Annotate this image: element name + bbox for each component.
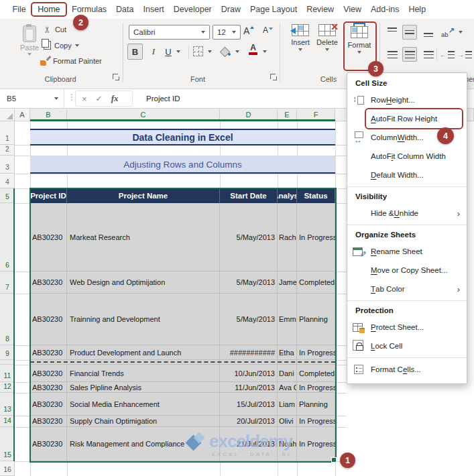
menu-item-format-cells[interactable]: Format Cells... [347,360,467,379]
decrease-indent-button[interactable]: ← [439,47,455,62]
menu-tab-view[interactable]: View [339,5,366,14]
cell-E13[interactable]: Liam [278,393,297,416]
menu-tab-draw[interactable]: Draw [217,5,245,14]
cell-D15[interactable]: 21/Jul/2013 [220,427,278,461]
table-header-project-name[interactable]: Project Name [67,188,220,203]
row-header-9[interactable]: 9 [0,345,15,360]
cell-F14[interactable]: In Progress [297,416,335,427]
cell-F7[interactable]: Completed [297,272,335,294]
cell-D9[interactable]: ########### [220,345,278,360]
cell-B9[interactable]: AB30230 [30,345,67,360]
menu-tab-data[interactable]: Data [112,5,138,14]
cut-button[interactable]: ✂ Cut [44,25,66,34]
font-color-button[interactable]: A [249,44,257,55]
cell-C15[interactable]: Risk Management and Compliance [67,427,220,461]
menu-item-rename-sheet[interactable]: Rename Sheet [347,242,467,261]
grow-font-button[interactable]: A [243,25,249,36]
cell-C11[interactable]: Financial Trends [67,365,220,382]
cell-B7[interactable]: AB30230 [30,272,67,294]
cell-C6[interactable]: Markeat Research [67,203,220,272]
cell-D14[interactable]: 20/Jul/2013 [220,416,278,427]
font-size-combo[interactable]: 12 [213,25,241,40]
insert-function-icon[interactable]: fx [111,93,119,104]
menu-tab-page-layout[interactable]: Page Layout [245,5,301,14]
cell-C8[interactable]: Trainning and Development [67,294,220,345]
cell-B14[interactable]: AB30230 [30,416,67,427]
cancel-icon[interactable]: × [82,94,87,104]
menu-item-hide-unhide[interactable]: Hide & Unhide› [347,204,467,223]
cell-D6[interactable]: 5/May/2013 [220,203,278,272]
italic-button[interactable]: I [148,44,159,60]
cell-B15[interactable]: AB30230 [30,427,67,461]
align-center-button[interactable] [402,47,417,62]
cell-C9[interactable]: Product Development and Launch [67,345,220,360]
menu-item-row-height[interactable]: Row Height... [347,91,467,109]
bold-button[interactable]: B [127,44,143,60]
cell-F9[interactable]: In Progress [297,345,335,360]
row-header-14[interactable]: 14 [0,416,15,427]
table-header-analyst[interactable]: Analyst [278,188,297,203]
formula-input[interactable]: Project ID [146,89,180,108]
row-header-13[interactable]: 13 [0,393,15,416]
cell-E8[interactable]: Emm [278,294,297,345]
menu-item-tab-color[interactable]: Tab Color› [347,280,467,298]
row-header-6[interactable]: 6 [0,203,15,272]
cell-D13[interactable]: 15/Jul/2013 [220,393,278,416]
copy-button[interactable]: Copy [42,41,79,50]
cell-F12[interactable]: In Progress [297,382,335,393]
cell-E6[interactable]: Rach [278,203,297,272]
cell-F6[interactable]: In Progress [297,203,335,272]
borders-button[interactable] [193,46,203,56]
cell-C13[interactable]: Social Media Enhancement [67,393,220,416]
menu-item-move-or-copy-sheet[interactable]: Move or Copy Sheet... [347,261,467,280]
align-left-button[interactable] [385,47,400,62]
clipboard-dialog-launcher-icon[interactable] [113,74,119,80]
menu-item-autofit-column-width[interactable]: AutoFit Column Width [347,147,467,166]
table-header-project-id[interactable]: Project ID [30,188,67,203]
row-header-3[interactable]: 3 [0,156,15,174]
cell-C7[interactable]: Web Design and Optimijation [67,272,220,294]
row-header-5[interactable]: 5 [0,188,15,203]
delete-cells-button[interactable]: ✕ Delete [312,24,342,51]
menu-tab-file[interactable]: File [8,5,30,14]
menu-tab-review[interactable]: Review [302,5,339,14]
row-header-10[interactable] [0,360,15,365]
align-right-button[interactable] [421,47,436,62]
cell-D8[interactable]: 5/May/2013 [220,294,278,345]
paste-button[interactable]: Paste [15,24,44,75]
cell-E11[interactable]: Dani [278,365,297,382]
format-painter-button[interactable]: Format Painter [40,56,102,66]
menu-tab-insert[interactable]: Insert [139,5,168,14]
menu-tab-formulas[interactable]: Formulas [68,5,111,14]
cell-B11[interactable]: AB30230 [30,365,67,382]
name-box[interactable]: B5 [0,89,64,108]
menu-tab-home[interactable]: Home [31,2,66,17]
menu-item-lock-cell[interactable]: Lock Cell [347,337,467,355]
menu-tab-add-ins[interactable]: Add-ins [367,5,404,14]
menu-item-protect-sheet[interactable]: Protect Sheet... [347,318,467,337]
row-header-7[interactable]: 7 [0,272,15,294]
row-header-8[interactable]: 8 [0,294,15,345]
row-header-16[interactable]: 16 [0,461,15,476]
row-header-4[interactable]: 4 [0,174,15,188]
orientation-button[interactable]: ab↗ [438,25,456,40]
enter-icon[interactable]: ✓ [96,94,103,103]
cell-B12[interactable]: AB30230 [30,382,67,393]
menu-tab-developer[interactable]: Developer [169,5,216,14]
cell-E12[interactable]: Ava G [278,382,297,393]
select-all-corner[interactable] [0,109,15,121]
menu-item-default-width[interactable]: Default Width... [347,166,467,184]
font-name-combo[interactable]: Calibri [129,25,210,40]
cell-B8[interactable]: AB30230 [30,294,67,345]
cell-B13[interactable]: AB30230 [30,393,67,416]
menu-item-autofit-row-height[interactable]: AutoFit Row Height [347,109,467,128]
sheet-title-cell[interactable]: Data Cleaning in Excel [30,129,335,145]
middle-align-button[interactable] [402,25,417,40]
menu-tab-help[interactable]: Help [404,5,430,14]
cell-B6[interactable]: AB30230 [30,203,67,272]
row-header-12[interactable]: 12 [0,382,15,393]
cell-F8[interactable]: Planning [297,294,335,345]
top-align-button[interactable] [385,25,400,40]
row-header-2[interactable]: 2 [0,145,15,156]
row-header-11[interactable]: 11 [0,365,15,382]
